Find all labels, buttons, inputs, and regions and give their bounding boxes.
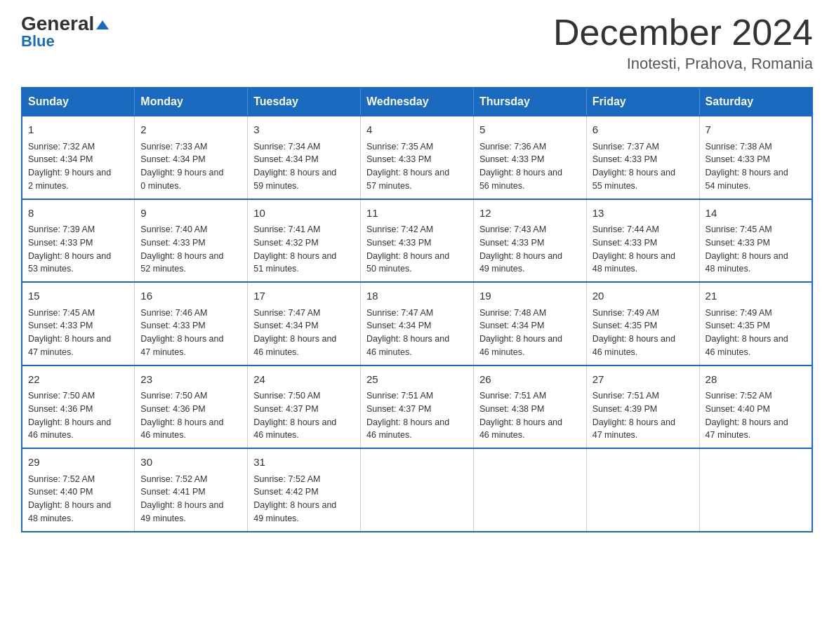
calendar-week-5: 29 Sunrise: 7:52 AM Sunset: 4:40 PM Dayl… <box>22 448 812 532</box>
day-info: Sunrise: 7:51 AM Sunset: 4:38 PM Dayligh… <box>479 389 581 442</box>
calendar-cell: 13 Sunrise: 7:44 AM Sunset: 4:33 PM Dayl… <box>586 199 699 283</box>
day-number: 1 <box>28 122 128 138</box>
calendar-cell: 11 Sunrise: 7:42 AM Sunset: 4:33 PM Dayl… <box>361 199 474 283</box>
day-number: 21 <box>706 288 806 304</box>
day-info: Sunrise: 7:46 AM Sunset: 4:33 PM Dayligh… <box>140 307 241 359</box>
calendar-cell: 29 Sunrise: 7:52 AM Sunset: 4:40 PM Dayl… <box>22 448 135 532</box>
day-number: 12 <box>479 206 581 222</box>
day-info: Sunrise: 7:40 AM Sunset: 4:33 PM Dayligh… <box>140 223 241 276</box>
day-info: Sunrise: 7:48 AM Sunset: 4:34 PM Dayligh… <box>479 307 581 359</box>
day-info: Sunrise: 7:49 AM Sunset: 4:35 PM Dayligh… <box>593 307 694 359</box>
day-info: Sunrise: 7:52 AM Sunset: 4:41 PM Dayligh… <box>140 473 241 525</box>
header-thursday: Thursday <box>473 88 586 116</box>
day-info: Sunrise: 7:32 AM Sunset: 4:34 PM Dayligh… <box>28 140 128 193</box>
day-info: Sunrise: 7:50 AM Sunset: 4:37 PM Dayligh… <box>253 389 355 442</box>
day-info: Sunrise: 7:38 AM Sunset: 4:33 PM Dayligh… <box>706 140 806 193</box>
header-monday: Monday <box>135 88 248 116</box>
day-info: Sunrise: 7:52 AM Sunset: 4:40 PM Dayligh… <box>28 473 128 525</box>
calendar-cell: 6 Sunrise: 7:37 AM Sunset: 4:33 PM Dayli… <box>586 116 699 199</box>
day-number: 19 <box>479 288 581 304</box>
day-number: 7 <box>706 122 806 138</box>
calendar-cell: 18 Sunrise: 7:47 AM Sunset: 4:34 PM Dayl… <box>361 282 474 365</box>
title-block: December 2024 Inotesti, Prahova, Romania <box>553 14 813 73</box>
calendar-week-1: 1 Sunrise: 7:32 AM Sunset: 4:34 PM Dayli… <box>22 116 812 199</box>
calendar-cell: 25 Sunrise: 7:51 AM Sunset: 4:37 PM Dayl… <box>361 365 474 449</box>
calendar-cell: 31 Sunrise: 7:52 AM Sunset: 4:42 PM Dayl… <box>248 448 361 532</box>
calendar-title: December 2024 <box>553 14 813 51</box>
day-number: 2 <box>140 122 241 138</box>
calendar-cell: 19 Sunrise: 7:48 AM Sunset: 4:34 PM Dayl… <box>473 282 586 365</box>
day-info: Sunrise: 7:35 AM Sunset: 4:33 PM Dayligh… <box>366 140 468 193</box>
day-info: Sunrise: 7:50 AM Sunset: 4:36 PM Dayligh… <box>140 389 241 442</box>
calendar-cell <box>699 448 812 532</box>
calendar-cell: 24 Sunrise: 7:50 AM Sunset: 4:37 PM Dayl… <box>248 365 361 449</box>
day-number: 13 <box>593 206 694 222</box>
header-tuesday: Tuesday <box>248 88 361 116</box>
page-header: General Blue December 2024 Inotesti, Pra… <box>21 14 813 73</box>
day-number: 20 <box>593 288 694 304</box>
calendar-cell: 21 Sunrise: 7:49 AM Sunset: 4:35 PM Dayl… <box>699 282 812 365</box>
day-number: 29 <box>28 455 128 471</box>
day-info: Sunrise: 7:37 AM Sunset: 4:33 PM Dayligh… <box>593 140 694 193</box>
calendar-cell: 26 Sunrise: 7:51 AM Sunset: 4:38 PM Dayl… <box>473 365 586 449</box>
day-info: Sunrise: 7:45 AM Sunset: 4:33 PM Dayligh… <box>706 223 806 276</box>
day-info: Sunrise: 7:47 AM Sunset: 4:34 PM Dayligh… <box>366 307 468 359</box>
day-number: 9 <box>140 206 241 222</box>
calendar-subtitle: Inotesti, Prahova, Romania <box>553 55 813 73</box>
header-wednesday: Wednesday <box>361 88 474 116</box>
day-number: 16 <box>140 288 241 304</box>
calendar-cell: 4 Sunrise: 7:35 AM Sunset: 4:33 PM Dayli… <box>361 116 474 199</box>
calendar-cell: 23 Sunrise: 7:50 AM Sunset: 4:36 PM Dayl… <box>135 365 248 449</box>
calendar-cell: 20 Sunrise: 7:49 AM Sunset: 4:35 PM Dayl… <box>586 282 699 365</box>
calendar-week-3: 15 Sunrise: 7:45 AM Sunset: 4:33 PM Dayl… <box>22 282 812 365</box>
day-info: Sunrise: 7:43 AM Sunset: 4:33 PM Dayligh… <box>479 223 581 276</box>
day-number: 11 <box>366 206 468 222</box>
calendar-cell: 27 Sunrise: 7:51 AM Sunset: 4:39 PM Dayl… <box>586 365 699 449</box>
day-info: Sunrise: 7:49 AM Sunset: 4:35 PM Dayligh… <box>706 307 806 359</box>
calendar-cell: 2 Sunrise: 7:33 AM Sunset: 4:34 PM Dayli… <box>135 116 248 199</box>
calendar-week-4: 22 Sunrise: 7:50 AM Sunset: 4:36 PM Dayl… <box>22 365 812 449</box>
calendar-cell: 5 Sunrise: 7:36 AM Sunset: 4:33 PM Dayli… <box>473 116 586 199</box>
logo-bottom: Blue <box>21 32 55 51</box>
header-friday: Friday <box>586 88 699 116</box>
day-number: 23 <box>140 372 241 388</box>
day-number: 25 <box>366 372 468 388</box>
day-number: 18 <box>366 288 468 304</box>
day-info: Sunrise: 7:47 AM Sunset: 4:34 PM Dayligh… <box>253 307 355 359</box>
day-info: Sunrise: 7:41 AM Sunset: 4:32 PM Dayligh… <box>253 223 355 276</box>
calendar-cell: 16 Sunrise: 7:46 AM Sunset: 4:33 PM Dayl… <box>135 282 248 365</box>
day-number: 3 <box>253 122 355 138</box>
day-number: 14 <box>706 206 806 222</box>
day-number: 6 <box>593 122 694 138</box>
calendar-cell: 14 Sunrise: 7:45 AM Sunset: 4:33 PM Dayl… <box>699 199 812 283</box>
calendar-cell: 12 Sunrise: 7:43 AM Sunset: 4:33 PM Dayl… <box>473 199 586 283</box>
header-sunday: Sunday <box>22 88 135 116</box>
logo: General Blue <box>21 14 109 51</box>
calendar-cell <box>586 448 699 532</box>
day-info: Sunrise: 7:51 AM Sunset: 4:39 PM Dayligh… <box>593 389 694 442</box>
day-info: Sunrise: 7:50 AM Sunset: 4:36 PM Dayligh… <box>28 389 128 442</box>
day-number: 24 <box>253 372 355 388</box>
day-number: 30 <box>140 455 241 471</box>
day-info: Sunrise: 7:51 AM Sunset: 4:37 PM Dayligh… <box>366 389 468 442</box>
day-info: Sunrise: 7:39 AM Sunset: 4:33 PM Dayligh… <box>28 223 128 276</box>
day-info: Sunrise: 7:52 AM Sunset: 4:42 PM Dayligh… <box>253 473 355 525</box>
day-number: 4 <box>366 122 468 138</box>
day-number: 17 <box>253 288 355 304</box>
day-number: 10 <box>253 206 355 222</box>
day-number: 26 <box>479 372 581 388</box>
calendar-header-row: Sunday Monday Tuesday Wednesday Thursday… <box>22 88 812 116</box>
calendar-week-2: 8 Sunrise: 7:39 AM Sunset: 4:33 PM Dayli… <box>22 199 812 283</box>
calendar-cell <box>473 448 586 532</box>
logo-top: General <box>21 14 109 34</box>
day-info: Sunrise: 7:42 AM Sunset: 4:33 PM Dayligh… <box>366 223 468 276</box>
calendar-cell: 8 Sunrise: 7:39 AM Sunset: 4:33 PM Dayli… <box>22 199 135 283</box>
day-info: Sunrise: 7:33 AM Sunset: 4:34 PM Dayligh… <box>140 140 241 193</box>
calendar-cell: 22 Sunrise: 7:50 AM Sunset: 4:36 PM Dayl… <box>22 365 135 449</box>
day-number: 22 <box>28 372 128 388</box>
calendar-cell: 30 Sunrise: 7:52 AM Sunset: 4:41 PM Dayl… <box>135 448 248 532</box>
calendar-table: Sunday Monday Tuesday Wednesday Thursday… <box>21 87 813 532</box>
calendar-cell <box>361 448 474 532</box>
calendar-cell: 3 Sunrise: 7:34 AM Sunset: 4:34 PM Dayli… <box>248 116 361 199</box>
calendar-cell: 28 Sunrise: 7:52 AM Sunset: 4:40 PM Dayl… <box>699 365 812 449</box>
